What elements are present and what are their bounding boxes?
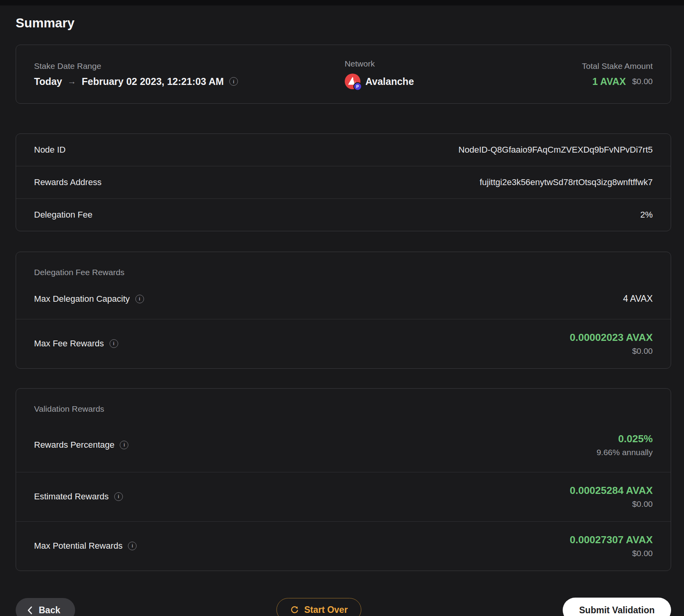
validation-rewards-title: Validation Rewards: [16, 389, 671, 414]
total-stake-value: 1 AVAX $0.00: [582, 76, 653, 87]
network-field: Network P Avalanche: [345, 59, 582, 89]
node-details-card: Node ID NodeID-Q8Gfaaio9FAqCmZVEXDq9bFvN…: [16, 133, 671, 231]
table-row: Rewards Address fujittgi2e3k56enytwSd78r…: [16, 166, 671, 198]
max-fee-rewards-label: Max Fee Rewards i: [34, 339, 118, 349]
max-fee-rewards-info-icon[interactable]: i: [110, 339, 118, 348]
max-fee-rewards-avax: 0.00002023 AVAX: [570, 331, 653, 344]
rewards-percentage-text: Rewards Percentage: [34, 440, 114, 450]
estimated-rewards-values: 0.00025284 AVAX $0.00: [570, 484, 653, 509]
page-title: Summary: [16, 16, 671, 31]
rewards-percentage-values: 0.025% 9.66% annually: [596, 432, 653, 457]
rewards-address-label: Rewards Address: [34, 177, 101, 187]
total-stake-field: Total Stake Amount 1 AVAX $0.00: [582, 61, 653, 87]
estimated-rewards-info-icon[interactable]: i: [114, 492, 123, 501]
max-delegation-capacity-label: Max Delegation Capacity i: [34, 294, 144, 304]
start-over-button-label: Start Over: [304, 605, 347, 615]
start-over-button[interactable]: Start Over: [276, 598, 361, 616]
stake-date-info-icon[interactable]: i: [229, 77, 238, 86]
estimated-rewards-row: Estimated Rewards i 0.00025284 AVAX $0.0…: [16, 472, 671, 521]
max-delegation-capacity-text: Max Delegation Capacity: [34, 294, 130, 304]
submit-validation-label: Submit Validation: [579, 605, 655, 616]
total-stake-avax: 1 AVAX: [592, 76, 626, 87]
summary-page: Summary Stake Date Range Today → Februar…: [0, 16, 684, 616]
rewards-percentage-label: Rewards Percentage i: [34, 440, 128, 450]
back-button[interactable]: Back: [16, 598, 75, 616]
max-fee-rewards-usd: $0.00: [570, 346, 653, 356]
stake-date-range-field: Stake Date Range Today → February 02 202…: [34, 61, 345, 87]
delegation-fee-rewards-card: Delegation Fee Rewards Max Delegation Ca…: [16, 252, 671, 369]
delegation-fee-label: Delegation Fee: [34, 210, 92, 220]
max-potential-rewards-usd: $0.00: [570, 549, 653, 558]
arrow-right-icon: →: [68, 76, 76, 86]
network-name: Avalanche: [365, 76, 414, 87]
chevron-left-icon: [27, 606, 32, 614]
node-id-value: NodeID-Q8Gfaaio9FAqCmZVEXDq9bFvNPvDi7rt5: [459, 145, 653, 155]
footer-actions: Back Start Over Submit Validation: [16, 598, 671, 616]
stake-date-range-value: Today → February 02 2023, 12:21:03 AM i: [34, 76, 345, 87]
max-fee-rewards-values: 0.00002023 AVAX $0.00: [570, 331, 653, 356]
delegation-fee-rewards-title: Delegation Fee Rewards: [16, 252, 671, 277]
rewards-percentage-row: Rewards Percentage i 0.025% 9.66% annual…: [16, 414, 671, 472]
max-fee-rewards-row: Max Fee Rewards i 0.00002023 AVAX $0.00: [16, 319, 671, 368]
total-stake-label: Total Stake Amount: [582, 61, 653, 71]
validation-rewards-card: Validation Rewards Rewards Percentage i …: [16, 388, 671, 571]
max-potential-rewards-info-icon[interactable]: i: [128, 542, 137, 550]
stake-overview-card: Stake Date Range Today → February 02 202…: [16, 45, 671, 104]
network-label: Network: [345, 59, 582, 68]
max-delegation-capacity-row: Max Delegation Capacity i 4 AVAX: [16, 277, 671, 319]
p-chain-badge: P: [353, 82, 362, 91]
stake-date-to: February 02 2023, 12:21:03 AM: [82, 76, 224, 87]
back-button-label: Back: [39, 605, 60, 616]
estimated-rewards-usd: $0.00: [570, 499, 653, 509]
stake-date-range-label: Stake Date Range: [34, 61, 345, 71]
footer-center: Start Over: [75, 598, 563, 616]
estimated-rewards-label: Estimated Rewards i: [34, 492, 123, 502]
top-divider-bar: [0, 0, 684, 5]
max-delegation-capacity-info-icon[interactable]: i: [135, 295, 144, 303]
rewards-percentage-info-icon[interactable]: i: [120, 441, 128, 449]
max-potential-rewards-avax: 0.00027307 AVAX: [570, 533, 653, 546]
refresh-icon: [290, 605, 299, 614]
network-value: P Avalanche: [345, 74, 582, 89]
max-potential-rewards-row: Max Potential Rewards i 0.00027307 AVAX …: [16, 522, 671, 571]
table-row: Delegation Fee 2%: [16, 198, 671, 231]
node-id-label: Node ID: [34, 145, 66, 155]
rewards-percentage-value: 0.025%: [596, 432, 653, 445]
stake-date-from: Today: [34, 76, 62, 87]
avalanche-icon: P: [345, 74, 360, 89]
table-row: Node ID NodeID-Q8Gfaaio9FAqCmZVEXDq9bFvN…: [16, 134, 671, 166]
max-potential-rewards-label: Max Potential Rewards i: [34, 541, 137, 551]
rewards-percentage-annual: 9.66% annually: [596, 448, 653, 457]
max-potential-rewards-values: 0.00027307 AVAX $0.00: [570, 533, 653, 558]
delegation-fee-value: 2%: [640, 210, 653, 220]
max-potential-rewards-text: Max Potential Rewards: [34, 541, 122, 551]
estimated-rewards-text: Estimated Rewards: [34, 492, 109, 502]
rewards-address-value: fujittgi2e3k56enytwSd78rtOtsq3izg8wnftff…: [480, 177, 653, 187]
max-delegation-capacity-value: 4 AVAX: [623, 294, 653, 304]
submit-validation-button[interactable]: Submit Validation: [563, 598, 671, 616]
max-fee-rewards-text: Max Fee Rewards: [34, 339, 104, 349]
estimated-rewards-avax: 0.00025284 AVAX: [570, 484, 653, 497]
total-stake-usd: $0.00: [632, 77, 653, 86]
